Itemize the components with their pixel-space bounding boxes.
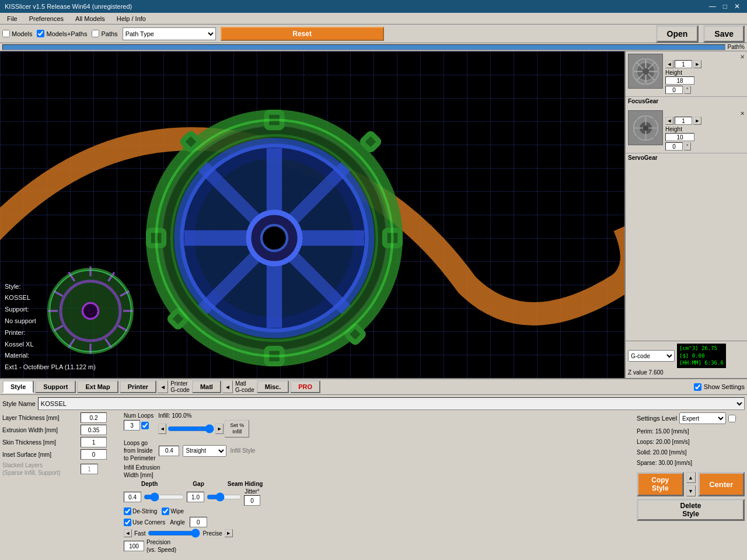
stacked-row: Stacked Layers(Sparse Infill, Support) xyxy=(2,461,119,477)
center-button[interactable]: Center xyxy=(698,472,745,496)
gcode-select[interactable]: G-code xyxy=(628,350,675,362)
inset-surface-input[interactable] xyxy=(81,449,107,460)
maximize-btn[interactable]: □ xyxy=(721,2,729,10)
precision-label: Precision(vs. Speed) xyxy=(146,538,176,554)
servogear-count-input[interactable] xyxy=(675,117,692,125)
focusgear-close[interactable]: ✕ xyxy=(740,54,745,60)
printer-gcode-label: PrinterG-code xyxy=(169,380,191,393)
path-type-select[interactable]: Path Type xyxy=(123,27,216,40)
menu-preferences[interactable]: Preferences xyxy=(25,14,68,23)
solid-speed: Solid: 20.00 [mm/s] xyxy=(637,447,745,458)
de-string-label[interactable]: De-String xyxy=(124,508,157,515)
reset-button[interactable]: Reset xyxy=(221,27,384,41)
extrusion-width-input[interactable] xyxy=(81,425,107,435)
tab-matl[interactable]: Matl xyxy=(192,380,221,393)
open-button[interactable]: Open xyxy=(656,25,699,43)
focusgear-z-input[interactable] xyxy=(665,86,683,94)
path-pct-label: Path% xyxy=(728,44,745,50)
delete-style-button[interactable]: Delete Style xyxy=(637,499,745,521)
wipe-label[interactable]: Wipe xyxy=(162,508,184,515)
tab-style[interactable]: Style xyxy=(2,380,34,393)
precision-fast-arrow[interactable]: ◄ xyxy=(124,529,132,537)
straight-select[interactable]: Straight xyxy=(183,445,226,457)
num-loops-input[interactable] xyxy=(124,420,140,430)
viewport[interactable]: Style: KOSSEL Support: No support Printe… xyxy=(0,51,624,378)
focusgear-count-spin-left[interactable]: ◄ xyxy=(665,60,673,68)
printer-nav-left[interactable]: ◄ xyxy=(158,380,168,393)
stacked-label: Stacked Layers(Sparse Infill, Support) xyxy=(2,461,78,477)
focusgear-count-input[interactable] xyxy=(675,60,692,68)
models-paths-checkbox-label[interactable]: Models+Paths xyxy=(37,30,87,37)
gap-input[interactable] xyxy=(187,492,204,502)
infill-value-input[interactable] xyxy=(159,446,179,456)
infill-arrow-left[interactable]: ◄ xyxy=(158,424,166,434)
depth-input[interactable] xyxy=(124,492,141,502)
style-name-select[interactable]: KOSSEL xyxy=(38,397,745,410)
inset-surface-row: Inset Surface [mm] xyxy=(2,449,119,460)
servogear-close[interactable]: ✕ xyxy=(740,110,745,117)
minimize-btn[interactable]: — xyxy=(707,2,718,10)
servogear-count-spin-right[interactable]: ► xyxy=(693,117,701,125)
right-column: Settings Level Expert Perim: 15.00 [mm/s… xyxy=(637,412,745,554)
close-btn[interactable]: ✕ xyxy=(732,2,742,10)
use-corners-checkbox[interactable] xyxy=(124,519,131,526)
depth-slider[interactable] xyxy=(144,493,184,501)
tab-pro[interactable]: PRO xyxy=(290,380,320,393)
svg-point-42 xyxy=(643,68,649,75)
paths-checkbox[interactable] xyxy=(92,30,99,37)
servogear-count-spin-left[interactable]: ◄ xyxy=(665,117,673,125)
extrusion-width-row: Extrusion Width [mm] xyxy=(2,425,119,435)
servogear-z-input[interactable] xyxy=(665,142,683,150)
precision-slider[interactable] xyxy=(148,529,200,537)
num-loops-label: Num Loops xyxy=(124,412,153,419)
models-checkbox[interactable] xyxy=(2,30,10,37)
angle-input[interactable] xyxy=(190,517,207,527)
paths-checkbox-label[interactable]: Paths xyxy=(92,30,117,37)
show-settings-container: Show Settings xyxy=(694,383,745,391)
svg-rect-16 xyxy=(169,310,187,328)
tab-misc[interactable]: Misc. xyxy=(257,380,289,393)
servogear-height-input[interactable] xyxy=(665,133,694,141)
infill-slider[interactable] xyxy=(167,425,214,433)
set-pct-infill-btn[interactable]: Set %Infill xyxy=(225,420,249,438)
gap-slider[interactable] xyxy=(207,493,242,501)
style-name-label: Style Name xyxy=(2,400,36,407)
show-settings-checkbox[interactable] xyxy=(694,383,701,391)
menu-help[interactable]: Help / Info xyxy=(112,14,151,23)
servogear-rotate-btn[interactable]: ° xyxy=(684,142,691,150)
loops-checkbox[interactable] xyxy=(141,422,149,429)
tab-ext-map[interactable]: Ext Map xyxy=(77,380,118,393)
infill-arrow-right[interactable]: ► xyxy=(215,424,224,434)
focusgear-height-input[interactable] xyxy=(665,76,694,85)
infill-label: Infill: 100.0% xyxy=(158,412,191,419)
bottom-info-panel: G-code [cm^3] 26.75 [$] 0.00 [HH:MM] 6:3… xyxy=(626,341,747,378)
focusgear-count-spin-right[interactable]: ► xyxy=(693,60,701,68)
style-name-row: Style Name KOSSEL xyxy=(2,397,745,410)
scroll-down-btn[interactable]: ▼ xyxy=(686,485,696,496)
scroll-up-btn[interactable]: ▲ xyxy=(686,472,696,483)
use-corners-label[interactable]: Use Corners xyxy=(124,519,165,526)
settings-level-checkbox[interactable] xyxy=(728,415,736,422)
de-string-checkbox[interactable] xyxy=(124,508,131,515)
tab-printer[interactable]: Printer xyxy=(120,380,156,393)
copy-style-button[interactable]: Copy Style xyxy=(637,472,684,496)
tab-area: Style Support Ext Map Printer ◄ PrinterG… xyxy=(0,378,747,556)
menu-file[interactable]: File xyxy=(2,14,22,23)
action-buttons: Copy Style ▲ ▼ Center Delete Style xyxy=(637,472,745,521)
layer-thickness-input[interactable] xyxy=(81,412,107,423)
matl-nav-left[interactable]: ◄ xyxy=(222,380,233,393)
stacked-input[interactable] xyxy=(81,464,98,474)
wipe-checkbox[interactable] xyxy=(162,508,169,515)
save-button[interactable]: Save xyxy=(703,25,745,43)
tab-support[interactable]: Support xyxy=(35,380,76,393)
jitter-input[interactable] xyxy=(244,495,260,506)
models-checkbox-label[interactable]: Models xyxy=(2,30,32,37)
focusgear-rotate-btn[interactable]: ° xyxy=(684,86,691,94)
svg-rect-17 xyxy=(361,132,379,150)
menu-all-models[interactable]: All Models xyxy=(71,14,110,23)
precision-value-input[interactable] xyxy=(124,541,144,551)
settings-level-select[interactable]: Expert xyxy=(679,412,726,424)
skin-thickness-input[interactable] xyxy=(81,437,107,447)
models-paths-checkbox[interactable] xyxy=(37,30,44,37)
precision-precise-arrow[interactable]: ► xyxy=(225,529,233,537)
